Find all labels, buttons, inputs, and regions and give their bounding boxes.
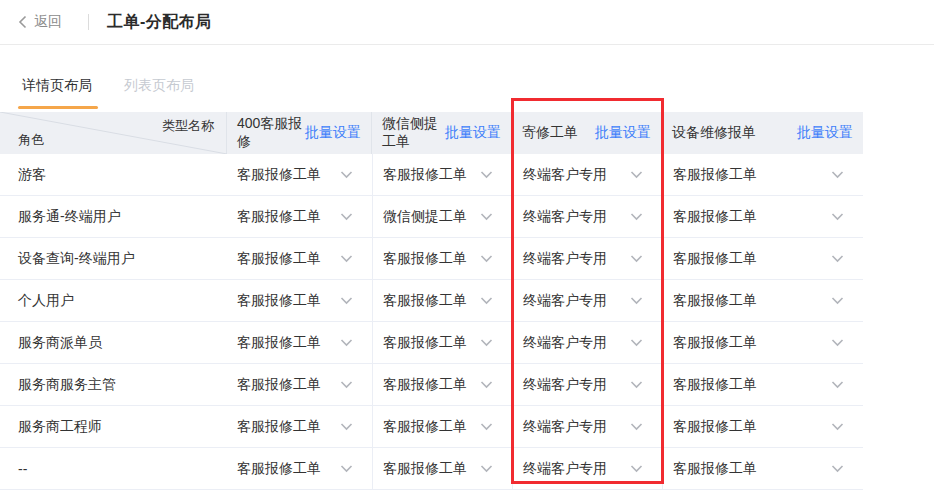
column-label: 寄修工单: [522, 124, 578, 142]
selected-value: 终端客户专用: [523, 250, 607, 268]
table-row: 个人用户客服报修工单客服报修工单终端客户专用客服报修工单: [0, 280, 863, 322]
selected-value: 客服报修工单: [237, 334, 321, 352]
chevron-down-icon: [340, 381, 353, 389]
layout-cell: 终端客户专用: [512, 364, 662, 405]
workorder-type-select[interactable]: 终端客户专用: [513, 418, 662, 436]
workorder-type-select[interactable]: 客服报修工单: [227, 334, 372, 352]
workorder-type-select[interactable]: 客服报修工单: [227, 460, 372, 478]
workorder-type-select[interactable]: 客服报修工单: [373, 376, 512, 394]
selected-value: 客服报修工单: [383, 376, 467, 394]
table-row: 游客客服报修工单客服报修工单终端客户专用客服报修工单: [0, 154, 863, 196]
workorder-type-select[interactable]: 客服报修工单: [663, 460, 863, 478]
chevron-down-icon: [630, 423, 643, 431]
layout-cell: 客服报修工单: [662, 406, 863, 447]
chevron-down-icon: [340, 255, 353, 263]
chevron-down-icon: [831, 339, 844, 347]
selected-value: 客服报修工单: [237, 208, 321, 226]
column-header-mailin: 寄修工单 批量设置: [512, 112, 662, 154]
layout-cell: 客服报修工单: [372, 238, 512, 279]
selected-value: 客服报修工单: [237, 376, 321, 394]
workorder-type-select[interactable]: 客服报修工单: [227, 292, 372, 310]
workorder-type-select[interactable]: 客服报修工单: [227, 376, 372, 394]
selected-value: 客服报修工单: [673, 166, 757, 184]
workorder-type-select[interactable]: 客服报修工单: [227, 250, 372, 268]
layout-cell: 终端客户专用: [512, 154, 662, 195]
selected-value: 终端客户专用: [523, 460, 607, 478]
workorder-type-select[interactable]: 客服报修工单: [663, 250, 863, 268]
workorder-type-select[interactable]: 微信侧提工单: [373, 208, 512, 226]
table-row: 服务商服务主管客服报修工单客服报修工单终端客户专用客服报修工单: [0, 364, 863, 406]
workorder-type-select[interactable]: 客服报修工单: [373, 460, 512, 478]
workorder-type-select[interactable]: 客服报修工单: [227, 166, 372, 184]
layout-cell: 客服报修工单: [372, 280, 512, 321]
layout-cell: 客服报修工单: [662, 238, 863, 279]
workorder-type-select[interactable]: 终端客户专用: [513, 292, 662, 310]
selected-value: 客服报修工单: [383, 460, 467, 478]
batch-settings-link[interactable]: 批量设置: [305, 124, 361, 142]
batch-settings-link[interactable]: 批量设置: [595, 124, 651, 142]
table-row: 设备查询-终端用户客服报修工单客服报修工单终端客户专用客服报修工单: [0, 238, 863, 280]
layout-cell: 客服报修工单: [227, 154, 372, 195]
role-label: 游客: [0, 154, 227, 195]
chevron-left-icon: [18, 15, 27, 29]
chevron-down-icon: [340, 297, 353, 305]
workorder-type-select[interactable]: 客服报修工单: [663, 376, 863, 394]
workorder-type-select[interactable]: 客服报修工单: [663, 334, 863, 352]
back-button[interactable]: 返回: [18, 13, 62, 31]
workorder-type-select[interactable]: 终端客户专用: [513, 334, 662, 352]
chevron-down-icon: [340, 423, 353, 431]
chevron-down-icon: [630, 339, 643, 347]
workorder-type-select[interactable]: 终端客户专用: [513, 208, 662, 226]
workorder-type-select[interactable]: 客服报修工单: [663, 418, 863, 436]
selected-value: 客服报修工单: [237, 460, 321, 478]
workorder-type-select[interactable]: 终端客户专用: [513, 166, 662, 184]
tab-detail-page-layout[interactable]: 详情页布局: [20, 77, 94, 109]
layout-cell: 终端客户专用: [512, 448, 662, 489]
workorder-type-select[interactable]: 客服报修工单: [373, 166, 512, 184]
selected-value: 客服报修工单: [383, 334, 467, 352]
workorder-type-select[interactable]: 客服报修工单: [227, 208, 372, 226]
page-title: 工单-分配布局: [107, 12, 212, 33]
table-row: 服务商工程师客服报修工单客服报修工单终端客户专用客服报修工单: [0, 406, 863, 448]
layout-cell: 客服报修工单: [227, 448, 372, 489]
batch-settings-link[interactable]: 批量设置: [797, 124, 853, 142]
selected-value: 终端客户专用: [523, 418, 607, 436]
selected-value: 客服报修工单: [237, 292, 321, 310]
selected-value: 终端客户专用: [523, 208, 607, 226]
workorder-type-select[interactable]: 客服报修工单: [663, 292, 863, 310]
table-body: 游客客服报修工单客服报修工单终端客户专用客服报修工单服务通-终端用户客服报修工单…: [0, 154, 863, 490]
role-label: 服务商派单员: [0, 322, 227, 363]
batch-settings-link[interactable]: 批量设置: [445, 124, 501, 142]
workorder-type-select[interactable]: 客服报修工单: [227, 418, 372, 436]
chevron-down-icon: [630, 465, 643, 473]
layout-cell: 客服报修工单: [227, 196, 372, 237]
workorder-type-select[interactable]: 客服报修工单: [373, 292, 512, 310]
column-header-wechat: 微信侧提工单 批量设置: [372, 112, 512, 154]
role-label: --: [0, 448, 227, 489]
workorder-type-select[interactable]: 终端客户专用: [513, 250, 662, 268]
tab-list-page-layout[interactable]: 列表页布局: [122, 77, 196, 109]
workorder-type-select[interactable]: 客服报修工单: [373, 334, 512, 352]
selected-value: 微信侧提工单: [383, 208, 467, 226]
layout-cell: 客服报修工单: [227, 406, 372, 447]
layout-cell: 终端客户专用: [512, 280, 662, 321]
workorder-type-select[interactable]: 终端客户专用: [513, 376, 662, 394]
chevron-down-icon: [831, 171, 844, 179]
workorder-type-select[interactable]: 客服报修工单: [373, 418, 512, 436]
workorder-type-select[interactable]: 客服报修工单: [663, 166, 863, 184]
layout-cell: 客服报修工单: [372, 448, 512, 489]
chevron-down-icon: [340, 171, 353, 179]
selected-value: 客服报修工单: [383, 292, 467, 310]
workorder-type-select[interactable]: 客服报修工单: [373, 250, 512, 268]
chevron-down-icon: [480, 213, 493, 221]
selected-value: 客服报修工单: [673, 292, 757, 310]
role-label: 个人用户: [0, 280, 227, 321]
workorder-type-select[interactable]: 客服报修工单: [663, 208, 863, 226]
topbar: 返回 工单-分配布局: [0, 0, 934, 45]
workorder-type-select[interactable]: 终端客户专用: [513, 460, 662, 478]
chevron-down-icon: [340, 339, 353, 347]
selected-value: 客服报修工单: [673, 460, 757, 478]
tab-bar: 详情页布局 列表页布局: [0, 45, 934, 109]
selected-value: 客服报修工单: [237, 166, 321, 184]
chevron-down-icon: [630, 381, 643, 389]
